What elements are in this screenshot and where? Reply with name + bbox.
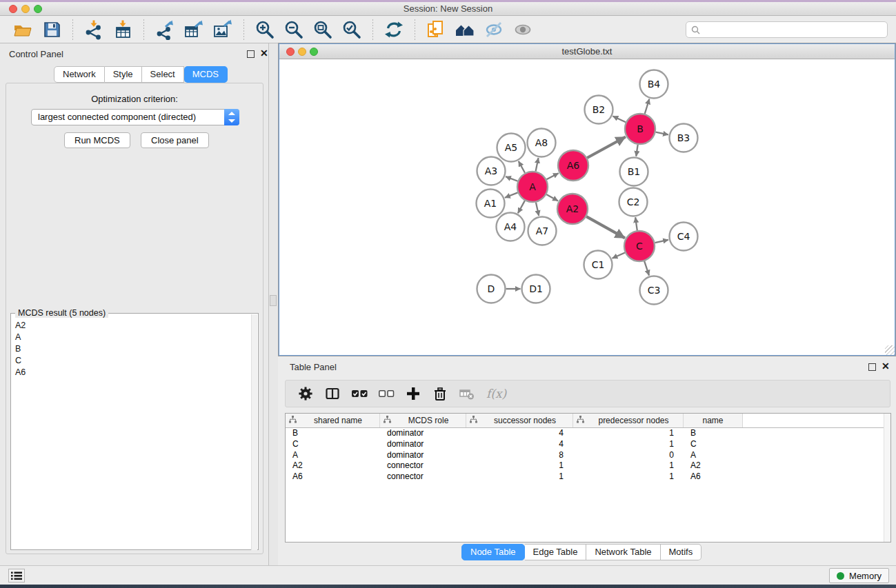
add-column-icon[interactable] — [406, 386, 421, 401]
search-box[interactable] — [686, 21, 888, 38]
minimize-window-button[interactable] — [21, 5, 30, 13]
node-A6[interactable]: A6 — [558, 150, 588, 181]
table-row[interactable]: Cdominator41C — [286, 439, 890, 450]
node-C4[interactable]: C4 — [670, 223, 698, 251]
table-row[interactable]: A6connector11A6 — [286, 472, 890, 483]
resize-grip-icon[interactable] — [885, 345, 895, 355]
node-C3[interactable]: C3 — [640, 276, 668, 305]
network-canvas[interactable]: B4B2BB3A5A8A6B1A3AC2A1A2A4A7C4CC1C3DD1 — [279, 60, 895, 355]
app-titlebar[interactable]: Session: New Session — [0, 2, 896, 16]
zoom-window-button[interactable] — [34, 5, 42, 13]
node-D1[interactable]: D1 — [522, 275, 550, 303]
edge-A6-B[interactable] — [587, 137, 626, 158]
tab-motifs[interactable]: Motifs — [661, 544, 702, 560]
new-network-from-file-icon[interactable] — [425, 19, 447, 41]
tab-style[interactable]: Style — [105, 66, 142, 83]
node-A[interactable]: A — [517, 172, 548, 202]
node-A1[interactable]: A1 — [477, 190, 505, 218]
tab-edge-table[interactable]: Edge Table — [525, 544, 587, 560]
import-table-icon[interactable] — [112, 19, 134, 41]
zoom-out-icon[interactable] — [283, 19, 305, 41]
column-header-shared-name[interactable]: shared name — [286, 414, 380, 427]
node-C[interactable]: C — [624, 231, 655, 261]
edge-C-C1[interactable] — [613, 252, 626, 258]
node-B3[interactable]: B3 — [670, 124, 698, 152]
split-view-icon[interactable] — [325, 386, 341, 401]
edge-B-B1[interactable] — [636, 145, 637, 156]
zoom-view-button[interactable] — [310, 48, 318, 56]
edge-A-A1[interactable] — [505, 192, 518, 197]
node-B[interactable]: B — [625, 114, 655, 144]
table-row[interactable]: Bdominator41B — [286, 428, 890, 439]
refresh-icon[interactable] — [383, 19, 405, 41]
close-view-button[interactable] — [286, 48, 295, 56]
open-session-icon[interactable] — [12, 19, 34, 41]
tab-network-table[interactable]: Network Table — [586, 544, 660, 560]
zoom-fit-icon[interactable] — [312, 19, 334, 41]
memory-button[interactable]: Memory — [829, 568, 889, 583]
close-window-button[interactable] — [9, 5, 17, 13]
result-item[interactable]: A2 — [11, 319, 251, 331]
tab-mcds[interactable]: MCDS — [184, 66, 228, 83]
node-A7[interactable]: A7 — [528, 217, 557, 245]
edge-A-A2[interactable] — [546, 194, 558, 201]
close-panel-icon[interactable]: ✕ — [260, 50, 268, 57]
node-C2[interactable]: C2 — [619, 188, 648, 216]
import-network-icon[interactable] — [83, 19, 105, 41]
edge-B-B4[interactable] — [645, 99, 650, 114]
zoom-in-icon[interactable] — [254, 19, 276, 41]
node-C1[interactable]: C1 — [584, 251, 613, 279]
node-A2[interactable]: A2 — [557, 194, 588, 224]
tab-select[interactable]: Select — [142, 66, 184, 83]
column-header-MCDS-role[interactable]: MCDS role — [380, 414, 466, 427]
edge-B-B2[interactable] — [613, 116, 626, 123]
select-all-icon[interactable] — [352, 386, 368, 401]
network-window-titlebar[interactable]: testGlobe.txt — [279, 44, 895, 59]
edge-A-A5[interactable] — [519, 161, 525, 173]
export-table-icon[interactable] — [183, 19, 205, 41]
edge-C-C2[interactable] — [635, 217, 637, 230]
edge-A-A6[interactable] — [546, 173, 558, 179]
edge-B-B3[interactable] — [656, 132, 668, 135]
column-header-predecessor-nodes[interactable]: predecessor nodes — [573, 414, 684, 427]
node-A3[interactable]: A3 — [477, 157, 506, 185]
task-history-button[interactable] — [8, 569, 25, 582]
node-B1[interactable]: B1 — [620, 158, 648, 186]
deselect-all-icon[interactable] — [379, 386, 395, 401]
result-item[interactable]: A — [11, 331, 251, 343]
node-table[interactable]: shared nameMCDS rolesuccessor nodesprede… — [285, 413, 891, 543]
node-A4[interactable]: A4 — [497, 213, 525, 241]
edge-A2-C[interactable] — [586, 216, 625, 238]
float-panel-icon[interactable] — [247, 50, 255, 58]
zoom-selected-icon[interactable] — [341, 19, 363, 41]
export-image-icon[interactable] — [212, 19, 234, 41]
edge-C-C4[interactable] — [655, 240, 668, 243]
edge-A-A3[interactable] — [506, 176, 518, 181]
edge-A-A7[interactable] — [536, 202, 539, 216]
minimize-view-button[interactable] — [298, 48, 306, 56]
edge-A-A4[interactable] — [518, 201, 525, 213]
settings-icon[interactable] — [298, 386, 314, 401]
search-input[interactable] — [704, 25, 882, 35]
column-header-name[interactable]: name — [684, 414, 743, 427]
close-panel-button[interactable]: Close panel — [141, 132, 209, 148]
criterion-dropdown[interactable]: largest connected component (directed) — [31, 109, 239, 125]
edge-A-A8[interactable] — [536, 158, 539, 171]
result-item[interactable]: B — [11, 343, 251, 354]
tab-network[interactable]: Network — [54, 66, 105, 83]
houses-icon[interactable] — [454, 19, 476, 41]
export-network-icon[interactable] — [154, 19, 176, 41]
toggle-visibility-icon[interactable] — [483, 19, 505, 41]
delete-column-icon[interactable] — [432, 386, 448, 401]
float-table-panel-icon[interactable] — [868, 363, 876, 371]
close-table-panel-icon[interactable]: ✕ — [882, 363, 890, 370]
node-D[interactable]: D — [477, 275, 506, 303]
table-row[interactable]: A2connector11A2 — [286, 460, 890, 472]
node-B4[interactable]: B4 — [640, 70, 668, 99]
result-item[interactable]: A6 — [11, 366, 251, 378]
result-item[interactable]: C — [11, 354, 251, 366]
vertical-splitter-grip[interactable] — [270, 295, 277, 306]
table-scrollbar[interactable] — [884, 414, 890, 542]
tab-node-table[interactable]: Node Table — [461, 544, 525, 560]
run-mcds-button[interactable]: Run MCDS — [64, 132, 130, 148]
